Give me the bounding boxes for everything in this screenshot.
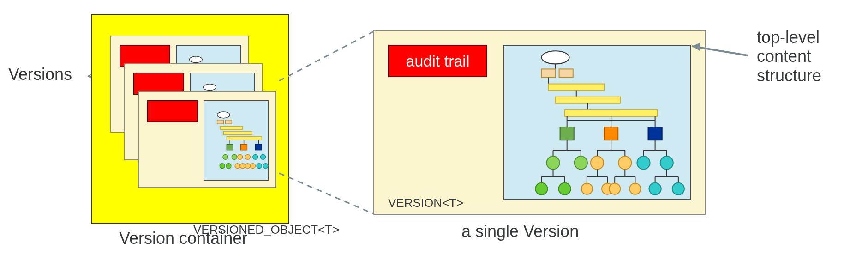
top-level-content-label: top-levelcontentstructure bbox=[757, 28, 821, 85]
svg-marker-65 bbox=[692, 42, 700, 51]
callout-arrow-icon bbox=[0, 0, 868, 261]
diagram-stage: Versions VERSIONED_OBJECT<T> bbox=[0, 0, 868, 261]
svg-line-64 bbox=[692, 46, 748, 55]
